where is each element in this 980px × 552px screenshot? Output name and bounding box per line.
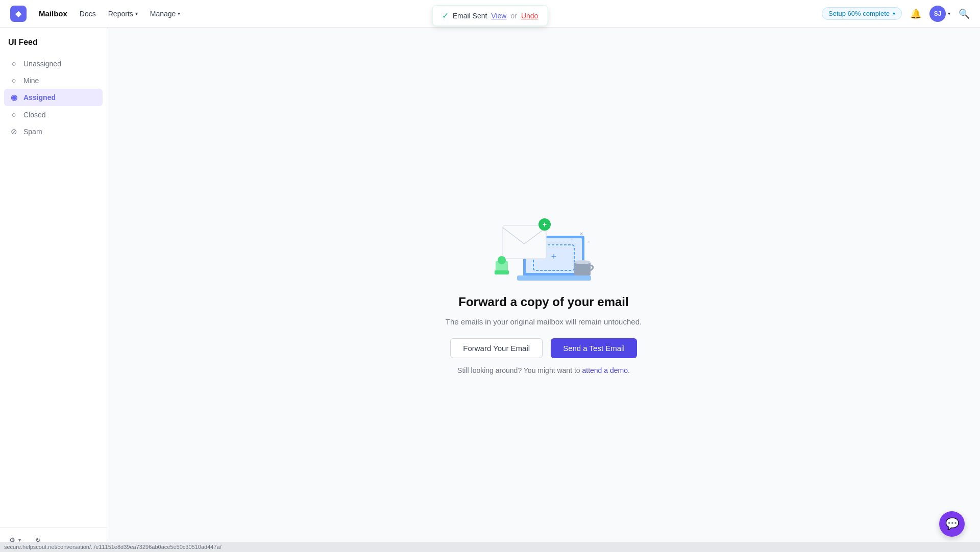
sidebar-item-assigned[interactable]: ◉ Assigned <box>4 89 103 106</box>
notifications-icon[interactable]: 🔔 <box>910 8 921 19</box>
spam-icon: ⊘ <box>9 127 18 136</box>
sidebar-item-unassigned-label: Unassigned <box>23 60 61 68</box>
sidebar-item-unassigned[interactable]: ○ Unassigned <box>4 55 103 72</box>
sidebar-title: UI Feed <box>0 28 107 53</box>
sidebar-item-mine[interactable]: ○ Mine <box>4 72 103 89</box>
svg-point-10 <box>498 256 506 264</box>
chat-icon: 💬 <box>945 517 959 531</box>
sidebar-item-spam[interactable]: ⊘ Spam <box>4 123 103 140</box>
user-avatar[interactable]: SJ <box>929 6 946 22</box>
user-avatar-arrow-icon: ▾ <box>948 11 950 16</box>
forward-email-button[interactable]: Forward Your Email <box>450 338 543 358</box>
nav-manage[interactable]: Manage ▾ <box>150 10 181 18</box>
app-logo[interactable]: ◆ <box>10 6 27 22</box>
send-test-email-button[interactable]: Send a Test Email <box>551 338 637 358</box>
assigned-icon: ◉ <box>9 93 18 102</box>
svg-point-12 <box>574 260 591 264</box>
unassigned-icon: ○ <box>9 59 18 68</box>
svg-rect-9 <box>495 270 509 274</box>
topnav-right: Setup 60% complete ▾ 🔔 SJ ▾ 🔍 <box>822 6 970 22</box>
attend-demo-link[interactable]: attend a demo <box>582 366 628 374</box>
center-card: + + ✕ ✕ ✕ Forward a copy <box>390 185 697 395</box>
page-title: Forward a copy of your email <box>458 295 628 309</box>
nav-reports[interactable]: Reports ▾ <box>108 10 138 18</box>
setup-progress-badge[interactable]: Setup 60% complete ▾ <box>822 7 902 20</box>
search-icon[interactable]: 🔍 <box>959 8 970 19</box>
mine-icon: ○ <box>9 76 18 85</box>
chat-support-button[interactable]: 💬 <box>939 511 965 537</box>
sidebar-item-mine-label: Mine <box>23 77 39 85</box>
sidebar-item-closed-label: Closed <box>23 111 46 119</box>
svg-text:✕: ✕ <box>570 237 574 242</box>
reports-arrow-icon: ▾ <box>135 11 138 16</box>
brand-name: Mailbox <box>39 9 67 18</box>
svg-text:+: + <box>551 252 557 262</box>
toast-undo-button[interactable]: Undo <box>521 12 538 20</box>
page-subtitle: The emails in your original mailbox will… <box>446 317 642 326</box>
statusbar: secure.helpscout.net/conversation/../e11… <box>0 542 980 552</box>
sidebar-item-assigned-label: Assigned <box>23 93 56 102</box>
svg-text:✕: ✕ <box>587 240 591 244</box>
manage-arrow-icon: ▾ <box>178 11 180 16</box>
sidebar-nav: ○ Unassigned ○ Mine ◉ Assigned ○ Closed … <box>0 53 107 528</box>
svg-rect-5 <box>503 225 546 259</box>
toast-view-link[interactable]: View <box>491 12 506 20</box>
user-menu[interactable]: SJ ▾ <box>929 6 950 22</box>
email-illustration: + + ✕ ✕ ✕ <box>482 205 605 287</box>
svg-rect-2 <box>517 275 591 281</box>
toast-check-icon: ✓ <box>442 11 449 20</box>
email-sent-toast: ✓ Email Sent View or Undo <box>432 5 548 26</box>
logo-icon: ◆ <box>15 9 21 18</box>
toast-sent-label: Email Sent <box>453 12 487 20</box>
closed-icon: ○ <box>9 110 18 119</box>
setup-arrow-icon: ▾ <box>893 11 895 16</box>
sidebar-item-spam-label: Spam <box>23 128 42 136</box>
sidebar-item-closed[interactable]: ○ Closed <box>4 106 103 123</box>
svg-text:+: + <box>543 220 547 229</box>
svg-text:✕: ✕ <box>579 231 583 237</box>
main-content: + + ✕ ✕ ✕ Forward a copy <box>107 28 980 552</box>
hint-text: Still looking around? You might want to … <box>457 366 630 374</box>
nav-docs[interactable]: Docs <box>80 10 96 18</box>
toast-or-label: or <box>510 12 517 20</box>
sidebar: UI Feed ○ Unassigned ○ Mine ◉ Assigned ○… <box>0 28 107 552</box>
action-buttons: Forward Your Email Send a Test Email <box>450 338 637 358</box>
